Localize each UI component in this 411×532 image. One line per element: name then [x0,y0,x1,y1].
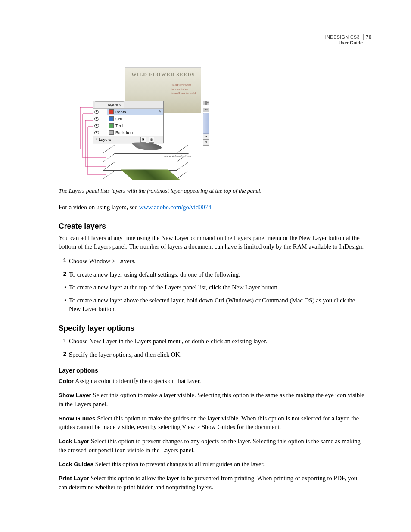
option-term: Lock Guides [59,461,93,467]
subhead-layer-options: Layer options [59,367,365,375]
layer-color-swatch [109,130,114,135]
option-desc: Select this option to make a layer visib… [59,392,364,408]
option-item: Print Layer Select this option to allow … [59,474,365,492]
page-number: 70 [363,34,371,40]
running-header: INDESIGN CS3 70 User Guide [325,34,371,45]
tab-grip-icon: ⋮⋮ [97,103,104,107]
pen-icon: ✎ [159,109,162,114]
layer-color-swatch [109,109,114,114]
step-number: 1 [59,257,66,265]
option-term: Print Layer [59,475,89,482]
video-link[interactable]: www.adobe.com/go/vid0074 [139,204,211,211]
page: INDESIGN CS3 70 User Guide WILD FLOWER S… [0,0,411,532]
step-text: Choose Window > Layers. [69,257,136,265]
step-number: 1 [59,337,66,345]
close-icon[interactable]: x [206,101,209,105]
lock-toggle[interactable] [100,129,107,136]
eye-icon [94,110,99,114]
plane-backdrop [103,171,189,179]
panel-scrollbar[interactable] [203,113,209,134]
scroll-down-icon[interactable]: ▾ [203,140,209,146]
intro-paragraph: For a video on using layers, see www.ado… [59,203,365,212]
eye-icon [94,124,99,128]
bullet-item: To create a new layer at the top of the … [59,283,365,292]
step-item: 2To create a new layer using default set… [59,270,365,279]
panel-tabbar: ⋮⋮ Layers × [93,101,163,109]
step-number: 2 [59,270,66,279]
figure-caption: The Layers panel lists layers with the f… [59,187,365,195]
plane-url: www.wildseeds.com [103,153,189,162]
option-desc: Select this option to prevent changes to… [59,438,361,454]
eye-icon [94,117,99,121]
heading-create-layers: Create layers [59,221,365,232]
guide-name: User Guide [325,40,371,46]
lock-toggle[interactable] [100,115,107,122]
step-item: 1Choose Window > Layers. [59,257,365,265]
plane-boots [103,145,189,153]
option-desc: Select this option to prevent changes to… [93,460,265,467]
option-item: Lock Layer Select this option to prevent… [59,437,365,454]
option-item: Show Guides Select this option to make t… [59,414,365,432]
intro-pre: For a video on using layers, see [59,204,139,211]
layer-row[interactable]: URL [93,115,163,122]
option-desc: Select this option to allow the layer to… [59,475,357,491]
minimize-icon[interactable]: – [203,101,206,105]
step-item: 2Specify the layer options, and then cli… [59,350,365,359]
layer-row[interactable]: Boots✎ [93,109,163,115]
visibility-toggle[interactable] [93,109,100,115]
layer-row[interactable]: Text [93,122,163,129]
lock-toggle[interactable] [100,109,107,115]
boot-art-icon [130,142,165,150]
layer-name: URL [115,116,124,121]
bullet-text: To create a new layer above the selected… [69,296,365,314]
layer-planes-diagram: www.wildseeds.com [96,141,190,184]
bullet-text: To create a new layer at the top of the … [69,283,279,292]
layers-tab[interactable]: ⋮⋮ Layers × [95,101,124,108]
layer-options-list: Color Assign a color to identify the obj… [59,376,365,492]
option-item: Show Layer Select this option to make a … [59,391,365,408]
layer-row[interactable]: Backdrop [93,129,163,136]
plane-url-text: www.wildseeds.com [162,155,194,159]
option-item: Color Assign a color to identify the obj… [59,376,365,386]
step-text: To create a new layer using default sett… [69,270,240,279]
bullet-item: To create a new layer above the selected… [59,296,365,314]
step-text: Specify the layer options, and then clic… [69,350,181,359]
doc-art-textlines: Wild Flower Seeds for your garden from a… [171,83,196,96]
option-term: Show Layer [59,392,91,398]
create-bullets: To create a new layer at the top of the … [59,283,365,314]
layer-color-swatch [109,116,114,121]
layer-name: Backdrop [115,130,133,135]
step-item: 1Choose New Layer in the Layers panel me… [59,337,365,345]
tab-close-icon[interactable]: × [119,103,121,108]
visibility-toggle[interactable] [93,129,100,136]
option-item: Lock Guides Select this option to preven… [59,460,365,469]
layer-name: Text [115,123,123,128]
step-number: 2 [59,350,66,359]
option-desc: Assign a color to identify the objects o… [74,377,201,384]
layers-panel: ⋮⋮ Layers × Boots✎URLTextBackdrop 4 Laye… [93,101,164,143]
visibility-toggle[interactable] [93,115,100,122]
option-term: Lock Layer [59,438,89,445]
layer-color-swatch [109,123,114,128]
option-desc: Select this option to make the guides on… [59,415,359,431]
doc-art-title: WILD FLOWER SEEDS [125,68,201,78]
visibility-toggle[interactable] [93,122,100,129]
content: WILD FLOWER SEEDS Wild Flower Seeds for … [59,67,365,492]
option-term: Show Guides [59,415,96,422]
specify-steps: 1Choose New Layer in the Layers panel me… [59,337,365,359]
eye-icon [94,131,99,134]
option-term: Color [59,378,74,384]
create-layers-paragraph: You can add layers at any time using the… [59,233,365,251]
heading-specify-options: Specify layer options [59,323,365,334]
layers-figure: WILD FLOWER SEEDS Wild Flower Seeds for … [76,67,209,184]
create-steps: 1Choose Window > Layers. 2To create a ne… [59,257,365,279]
grass-art-icon [121,170,180,180]
panel-menu-icon[interactable]: ▾≡ [203,108,209,112]
lock-toggle[interactable] [100,122,107,129]
layers-tab-label: Layers [106,102,118,108]
layer-name: Boots [115,109,126,115]
resize-grip-icon[interactable]: ⋰ [157,137,162,142]
panel-window-controls: – x ▾≡ ▴ ▾ [203,101,209,146]
scroll-up-icon[interactable]: ▴ [203,134,209,140]
step-text: Choose New Layer in the Layers panel men… [69,337,267,345]
